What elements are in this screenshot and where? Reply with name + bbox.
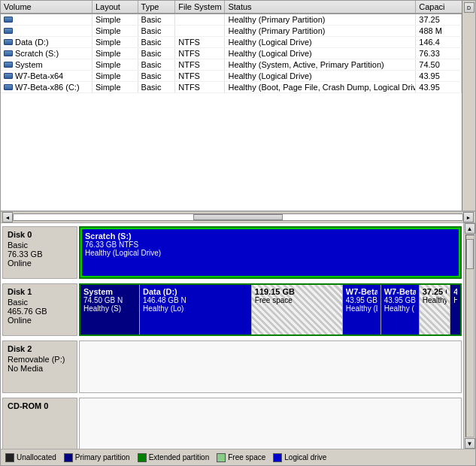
volume-table: Volume Layout Type File System Status Ca… bbox=[1, 1, 462, 93]
partition-size: Free space bbox=[255, 296, 339, 304]
empty-disk bbox=[79, 398, 462, 449]
scroll-right-arrow[interactable]: ► bbox=[463, 212, 474, 222]
partition-label: 37.25 GB bbox=[423, 287, 447, 296]
legend-unallocated: Unallocated bbox=[5, 453, 56, 462]
col-header-capacity[interactable]: Capaci bbox=[416, 1, 462, 14]
legend-box-logical bbox=[273, 453, 282, 462]
disk-map-container: Disk 0Basic76.33 GBOnlineScratch (S:)76.… bbox=[1, 223, 463, 449]
table-row[interactable]: Data (D:)SimpleBasicNTFSHealthy (Logical… bbox=[1, 37, 462, 48]
cell-layout: Simple bbox=[92, 71, 138, 82]
partition-size: 43.95 GB N bbox=[346, 296, 377, 304]
cell-status: Healthy (Primary Partition) bbox=[225, 14, 416, 26]
scroll-track[interactable] bbox=[13, 213, 463, 221]
volume-name: Data (D:) bbox=[15, 38, 49, 47]
partition[interactable]: Scratch (S:)76.33 GB NTFSHealthy (Logica… bbox=[80, 228, 460, 277]
v-scroll-thumb[interactable] bbox=[466, 239, 474, 269]
legend-box-extended bbox=[138, 453, 147, 462]
table-row[interactable]: W7-Beta-x64SimpleBasicNTFSHealthy (Logic… bbox=[1, 71, 462, 82]
cell-capacity: 43.95 bbox=[416, 82, 462, 93]
cell-status: Healthy (Primary Partition) bbox=[225, 26, 416, 37]
partition[interactable]: W7-Beta43.95 GBHealthy ( bbox=[381, 285, 420, 334]
cell-status: Healthy (Logical Drive) bbox=[225, 71, 416, 82]
cell-volume: Data (D:) bbox=[1, 37, 92, 48]
empty-disk bbox=[79, 340, 462, 393]
partition[interactable]: 119.15 GBFree space bbox=[252, 285, 343, 334]
disk-id: Disk 1 bbox=[8, 287, 72, 296]
vertical-scrollbar[interactable]: ▲ ▼ bbox=[463, 223, 475, 449]
partition-size: 74.50 GB N bbox=[83, 296, 136, 304]
cell-fs: NTFS bbox=[175, 82, 225, 93]
disk-label: CD-ROM 0 bbox=[2, 398, 77, 449]
disk-partitions: System74.50 GB NHealthy (S)Data (D:)146.… bbox=[79, 283, 462, 336]
partition[interactable]: Data (D:)146.48 GB NHealthy (Lo) bbox=[140, 285, 252, 334]
disk-management-window: Volume Layout Type File System Status Ca… bbox=[0, 0, 476, 466]
disk-id: Disk 0 bbox=[8, 230, 72, 239]
col-header-volume[interactable]: Volume bbox=[1, 1, 92, 14]
disk-id: CD-ROM 0 bbox=[8, 401, 72, 410]
col-header-status[interactable]: Status bbox=[225, 1, 416, 14]
partition-size: 76.33 GB NTFS bbox=[85, 241, 456, 249]
legend-primary: Primary partition bbox=[64, 453, 130, 462]
volume-name: Scratch (S:) bbox=[15, 49, 59, 58]
volume-name: W7-Beta-x64 bbox=[15, 71, 63, 80]
scroll-down-arrow[interactable]: ▼ bbox=[465, 438, 475, 449]
cell-type: Basic bbox=[138, 59, 175, 71]
disk-row: CD-ROM 0 bbox=[2, 398, 462, 449]
cell-capacity: 146.4 bbox=[416, 37, 462, 48]
partition[interactable]: W7-Beta-43.95 GB NHealthy (L) bbox=[343, 285, 381, 334]
cell-status: Healthy (System, Active, Primary Partiti… bbox=[225, 59, 416, 71]
partition-status: Healthy (Lo) bbox=[143, 304, 248, 313]
col-header-layout[interactable]: Layout bbox=[92, 1, 138, 14]
cell-volume: W7-Beta-x64 bbox=[1, 71, 92, 82]
col-header-filesystem[interactable]: File System bbox=[175, 1, 225, 14]
disk-partitions: Scratch (S:)76.33 GB NTFSHealthy (Logica… bbox=[79, 226, 462, 279]
disk-type: Basic bbox=[8, 241, 72, 250]
cell-volume: System bbox=[1, 59, 92, 71]
disk-id: Disk 2 bbox=[8, 344, 72, 353]
table-row[interactable]: Scratch (S:)SimpleBasicNTFSHealthy (Logi… bbox=[1, 48, 462, 59]
cell-fs: NTFS bbox=[175, 48, 225, 59]
cell-fs: NTFS bbox=[175, 71, 225, 82]
cell-capacity: 43.95 bbox=[416, 71, 462, 82]
partition-status: Healthy (S) bbox=[83, 304, 136, 313]
disk-size: 465.76 GB bbox=[8, 307, 72, 316]
horizontal-scrollbar[interactable]: ◄ ► bbox=[1, 211, 475, 223]
cell-layout: Simple bbox=[92, 14, 138, 26]
scroll-up-arrow[interactable]: ▲ bbox=[465, 223, 475, 234]
volume-table-container: Volume Layout Type File System Status Ca… bbox=[1, 1, 462, 210]
disk-size: 76.33 GB bbox=[8, 250, 72, 259]
cell-type: Basic bbox=[138, 71, 175, 82]
scroll-thumb[interactable] bbox=[193, 214, 283, 220]
cell-type: Basic bbox=[138, 37, 175, 48]
partition-label: 119.15 GB bbox=[255, 287, 339, 296]
cell-layout: Simple bbox=[92, 37, 138, 48]
legend-logical: Logical drive bbox=[273, 453, 326, 462]
table-row[interactable]: SystemSimpleBasicNTFSHealthy (System, Ac… bbox=[1, 59, 462, 71]
table-row[interactable]: SimpleBasicHealthy (Primary Partition)48… bbox=[1, 26, 462, 37]
cell-status: Healthy (Boot, Page File, Crash Dump, Lo… bbox=[225, 82, 416, 93]
legend-box-unallocated bbox=[5, 453, 14, 462]
partition-size: Healthy (F bbox=[423, 296, 447, 304]
cell-status: Healthy (Logical Drive) bbox=[225, 48, 416, 59]
partition-label: W7-Beta- bbox=[346, 287, 377, 296]
cell-volume: W7-Beta-x86 (C:) bbox=[1, 82, 92, 93]
table-row[interactable]: W7-Beta-x86 (C:)SimpleBasicNTFSHealthy (… bbox=[1, 82, 462, 93]
cell-fs: NTFS bbox=[175, 59, 225, 71]
partition[interactable]: System74.50 GB NHealthy (S) bbox=[80, 285, 140, 334]
scroll-left-arrow[interactable]: ◄ bbox=[2, 212, 13, 222]
v-scroll-track[interactable] bbox=[465, 235, 474, 437]
table-row[interactable]: SimpleBasicHealthy (Primary Partition)37… bbox=[1, 14, 462, 26]
volume-name: W7-Beta-x86 (C:) bbox=[15, 83, 80, 92]
cell-capacity: 488 M bbox=[416, 26, 462, 37]
legend-label-logical: Logical drive bbox=[284, 453, 326, 461]
action-button-top[interactable]: D bbox=[464, 2, 474, 13]
disk-row: Disk 1Basic465.76 GBOnlineSystem74.50 GB… bbox=[2, 283, 462, 336]
partition-size: 43.95 GB bbox=[384, 296, 416, 304]
legend-extended: Extended partition bbox=[138, 453, 210, 462]
volume-name: System bbox=[15, 60, 43, 69]
col-header-type[interactable]: Type bbox=[138, 1, 175, 14]
partition[interactable]: 488 NHealt bbox=[450, 285, 460, 334]
disk-status: No Media bbox=[8, 364, 72, 373]
partition[interactable]: 37.25 GBHealthy (F bbox=[420, 285, 451, 334]
legend-bar: Unallocated Primary partition Extended p… bbox=[1, 449, 475, 465]
